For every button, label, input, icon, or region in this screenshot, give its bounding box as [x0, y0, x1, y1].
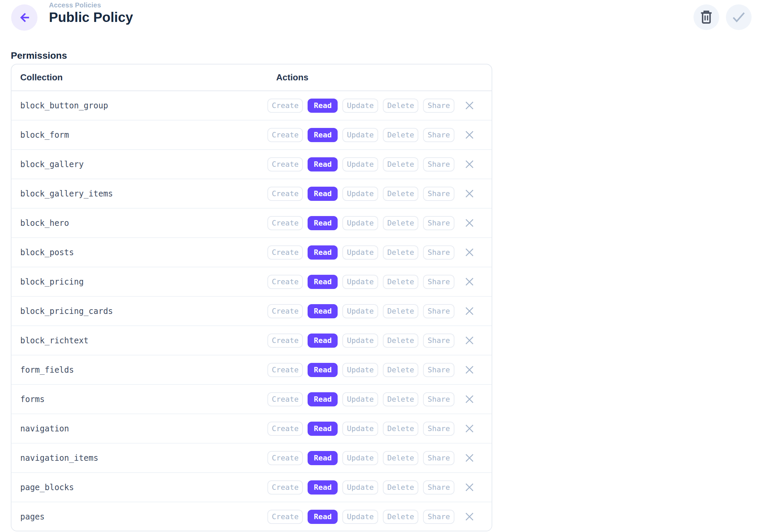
action-toggle-update[interactable]: Update [342, 480, 378, 495]
action-toggle-update[interactable]: Update [342, 245, 378, 260]
action-toggle-create[interactable]: Create [267, 157, 303, 171]
action-toggle-update[interactable]: Update [342, 157, 378, 171]
action-toggle-share[interactable]: Share [423, 304, 454, 318]
remove-permission-button[interactable] [464, 188, 475, 200]
back-button[interactable] [11, 4, 37, 31]
collection-name: form_fields [11, 365, 267, 375]
remove-permission-button[interactable] [464, 100, 475, 111]
action-toggle-create[interactable]: Create [267, 99, 303, 113]
action-toggle-create[interactable]: Create [267, 392, 303, 406]
action-toggle-share[interactable]: Share [423, 480, 454, 495]
action-toggle-read[interactable]: Read [308, 451, 338, 465]
action-toggle-read[interactable]: Read [308, 422, 338, 436]
action-toggle-update[interactable]: Update [342, 304, 378, 318]
action-toggle-update[interactable]: Update [342, 216, 378, 230]
action-toggle-delete[interactable]: Delete [383, 304, 418, 318]
action-toggle-delete[interactable]: Delete [383, 128, 418, 142]
action-toggle-share[interactable]: Share [423, 334, 454, 348]
action-toggle-delete[interactable]: Delete [383, 363, 418, 377]
action-toggle-delete[interactable]: Delete [383, 275, 418, 289]
action-toggle-read[interactable]: Read [308, 392, 338, 406]
action-toggle-share[interactable]: Share [423, 216, 454, 230]
action-toggle-create[interactable]: Create [267, 334, 303, 348]
x-icon [465, 160, 474, 169]
action-toggle-read[interactable]: Read [308, 510, 338, 524]
action-toggle-read[interactable]: Read [308, 363, 338, 377]
action-toggle-create[interactable]: Create [267, 245, 303, 260]
action-toggle-update[interactable]: Update [342, 187, 378, 201]
table-row: block_hero CreateReadUpdateDeleteShare [11, 209, 492, 238]
action-toggle-delete[interactable]: Delete [383, 157, 418, 171]
action-toggle-delete[interactable]: Delete [383, 99, 418, 113]
x-icon [465, 307, 474, 316]
remove-permission-button[interactable] [464, 305, 475, 317]
action-toggle-share[interactable]: Share [423, 392, 454, 406]
remove-permission-button[interactable] [464, 364, 475, 376]
action-toggle-update[interactable]: Update [342, 363, 378, 377]
action-toggle-update[interactable]: Update [342, 99, 378, 113]
action-toggle-share[interactable]: Share [423, 510, 454, 524]
action-toggle-update[interactable]: Update [342, 275, 378, 289]
action-toggle-read[interactable]: Read [308, 99, 338, 113]
remove-permission-button[interactable] [464, 452, 475, 464]
action-toggle-share[interactable]: Share [423, 245, 454, 260]
remove-permission-button[interactable] [464, 217, 475, 229]
remove-permission-button[interactable] [464, 247, 475, 258]
action-toggle-create[interactable]: Create [267, 451, 303, 465]
action-toggle-update[interactable]: Update [342, 392, 378, 406]
action-toggle-read[interactable]: Read [308, 334, 338, 348]
action-toggle-read[interactable]: Read [308, 480, 338, 495]
action-toggle-update[interactable]: Update [342, 451, 378, 465]
action-toggle-read[interactable]: Read [308, 187, 338, 201]
action-toggle-create[interactable]: Create [267, 510, 303, 524]
action-toggle-create[interactable]: Create [267, 275, 303, 289]
action-toggle-read[interactable]: Read [308, 304, 338, 318]
action-toggle-share[interactable]: Share [423, 128, 454, 142]
action-toggle-update[interactable]: Update [342, 334, 378, 348]
remove-permission-button[interactable] [464, 129, 475, 141]
action-toggle-create[interactable]: Create [267, 128, 303, 142]
action-toggle-delete[interactable]: Delete [383, 187, 418, 201]
action-toggle-share[interactable]: Share [423, 99, 454, 113]
action-toggle-share[interactable]: Share [423, 157, 454, 171]
action-toggle-delete[interactable]: Delete [383, 480, 418, 495]
x-icon [465, 453, 474, 462]
action-toggle-share[interactable]: Share [423, 363, 454, 377]
action-toggle-delete[interactable]: Delete [383, 422, 418, 436]
action-toggle-create[interactable]: Create [267, 187, 303, 201]
action-toggle-create[interactable]: Create [267, 216, 303, 230]
action-toggle-create[interactable]: Create [267, 422, 303, 436]
remove-permission-button[interactable] [464, 482, 475, 493]
action-toggle-read[interactable]: Read [308, 216, 338, 230]
save-button[interactable] [726, 4, 752, 30]
action-toggle-delete[interactable]: Delete [383, 245, 418, 260]
action-toggle-update[interactable]: Update [342, 422, 378, 436]
action-toggle-read[interactable]: Read [308, 245, 338, 260]
action-toggle-create[interactable]: Create [267, 363, 303, 377]
remove-permission-button[interactable] [464, 276, 475, 288]
action-toggle-share[interactable]: Share [423, 187, 454, 201]
remove-permission-button[interactable] [464, 159, 475, 170]
remove-permission-button[interactable] [464, 423, 475, 434]
action-toggle-delete[interactable]: Delete [383, 451, 418, 465]
action-toggle-delete[interactable]: Delete [383, 510, 418, 524]
remove-permission-button[interactable] [464, 335, 475, 346]
action-toggle-update[interactable]: Update [342, 510, 378, 524]
action-toggle-share[interactable]: Share [423, 275, 454, 289]
action-toggle-delete[interactable]: Delete [383, 334, 418, 348]
action-toggle-read[interactable]: Read [308, 275, 338, 289]
action-toggle-create[interactable]: Create [267, 480, 303, 495]
remove-permission-button[interactable] [464, 511, 475, 523]
action-toggle-share[interactable]: Share [423, 422, 454, 436]
action-toggle-delete[interactable]: Delete [383, 216, 418, 230]
action-toggle-read[interactable]: Read [308, 157, 338, 171]
action-toggle-share[interactable]: Share [423, 451, 454, 465]
action-toggle-delete[interactable]: Delete [383, 392, 418, 406]
delete-policy-button[interactable] [693, 4, 719, 30]
x-icon [465, 512, 474, 521]
remove-permission-button[interactable] [464, 394, 475, 405]
action-toggle-read[interactable]: Read [308, 128, 338, 142]
action-toggle-create[interactable]: Create [267, 304, 303, 318]
actions-cell: CreateReadUpdateDeleteShare [267, 157, 492, 171]
action-toggle-update[interactable]: Update [342, 128, 378, 142]
